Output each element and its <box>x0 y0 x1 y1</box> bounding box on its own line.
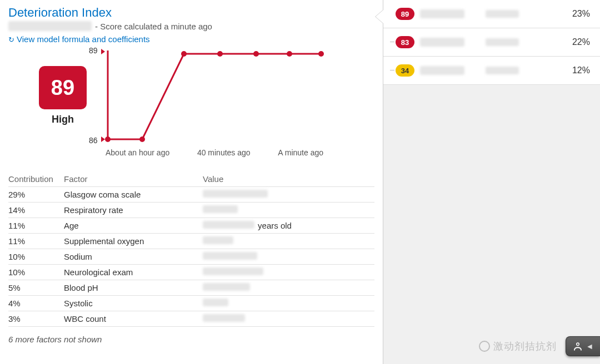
score-badge: 89 <box>396 8 414 20</box>
score-level: High <box>52 114 74 125</box>
patient-percent: 12% <box>572 65 590 75</box>
redacted-value <box>203 205 238 213</box>
factors-table: Contribution Factor Value 29%Glasgow com… <box>8 171 374 344</box>
table-row: 11%Ageyears old <box>8 218 374 234</box>
table-row: 29%Glasgow coma scale <box>8 187 374 203</box>
watermark-icon <box>479 341 490 352</box>
cell-value: years old <box>203 221 374 230</box>
col-value: Value <box>203 174 374 184</box>
patient-percent: 22% <box>572 37 590 47</box>
cell-factor: Age <box>64 221 203 230</box>
subtitle: - Score calculated a minute ago <box>8 21 374 31</box>
model-formula-link[interactable]: View model formula and coefficients <box>8 34 374 44</box>
cell-contribution: 4% <box>8 299 64 308</box>
table-row: 14%Respiratory rate <box>8 203 374 218</box>
table-row: 11%Supplemental oxygen <box>8 234 374 249</box>
redacted-patient-detail <box>486 38 519 46</box>
trend-chart-svg <box>103 49 326 160</box>
svg-point-5 <box>253 51 259 57</box>
redacted-value <box>203 221 254 229</box>
cell-contribution: 10% <box>8 267 64 277</box>
more-factors-note: 6 more factors not shown <box>8 335 374 344</box>
cell-value <box>203 267 374 277</box>
redacted-value <box>203 190 268 198</box>
cell-factor: Respiratory rate <box>64 205 203 215</box>
cell-factor: Glasgow coma scale <box>64 190 203 199</box>
redacted-patient-name <box>420 9 464 18</box>
cell-value <box>203 205 374 215</box>
patient-row[interactable]: 8322% <box>383 28 600 57</box>
cell-factor: Neurological exam <box>64 267 203 277</box>
connector-icon <box>390 70 394 70</box>
cell-factor: WBC count <box>64 314 203 323</box>
score-value: 89 <box>39 66 87 109</box>
redacted-value <box>203 283 250 291</box>
cell-value <box>203 252 374 261</box>
page-title: Deterioration Index <box>8 6 374 20</box>
y-tick-bottom: 86 <box>89 136 98 145</box>
cell-contribution: 11% <box>8 236 64 246</box>
watermark: 激动剂拮抗剂 <box>479 340 557 353</box>
svg-point-4 <box>217 51 223 57</box>
cell-contribution: 11% <box>8 221 64 230</box>
cell-value <box>203 314 374 323</box>
score-summary: 89 High <box>39 66 87 125</box>
chat-tab[interactable]: ◄ <box>566 336 600 356</box>
table-row: 3%WBC count <box>8 311 374 327</box>
x-axis-labels: About an hour ago 40 minutes ago A minut… <box>103 148 326 157</box>
svg-point-3 <box>181 51 187 57</box>
score-badge: 83 <box>396 36 414 48</box>
cell-factor: Sodium <box>64 252 203 261</box>
redacted-value <box>203 314 245 322</box>
cell-contribution: 10% <box>8 252 64 261</box>
cell-contribution: 29% <box>8 190 64 199</box>
model-formula-link-label: View model formula and coefficients <box>17 34 150 44</box>
y-tick-top: 89 <box>89 46 98 55</box>
redacted-patient-name <box>8 21 92 31</box>
svg-point-7 <box>318 51 324 57</box>
redacted-patient-detail <box>486 67 519 74</box>
redacted-patient-name <box>420 66 464 75</box>
patient-percent: 23% <box>572 9 590 19</box>
watermark-text: 激动剂拮抗剂 <box>493 340 557 353</box>
x-tick: 40 minutes ago <box>197 148 251 157</box>
redacted-patient-detail <box>486 10 519 18</box>
col-factor: Factor <box>64 174 203 184</box>
svg-point-2 <box>139 136 145 142</box>
detail-panel: Deterioration Index - Score calculated a… <box>0 0 383 364</box>
person-icon <box>573 341 583 351</box>
redacted-value <box>203 267 263 275</box>
redacted-value <box>203 236 233 244</box>
table-row: 4%Systolic <box>8 296 374 311</box>
cell-value <box>203 190 374 199</box>
table-row: 10%Sodium <box>8 249 374 265</box>
svg-point-9 <box>577 343 578 345</box>
patient-row[interactable]: 3412% <box>383 57 600 85</box>
cell-factor: Systolic <box>64 299 203 308</box>
cell-contribution: 14% <box>8 205 64 215</box>
x-tick: About an hour ago <box>106 148 169 157</box>
patient-row[interactable]: 8923% <box>383 0 600 28</box>
cell-factor: Blood pH <box>64 283 203 292</box>
cell-value <box>203 299 374 308</box>
table-header: Contribution Factor Value <box>8 171 374 187</box>
cell-value-suffix: years old <box>258 221 292 230</box>
table-row: 5%Blood pH <box>8 280 374 296</box>
col-contribution: Contribution <box>8 174 64 184</box>
cell-contribution: 5% <box>8 283 64 292</box>
refresh-icon <box>8 34 14 44</box>
marker-top-icon <box>101 49 105 54</box>
cell-value <box>203 236 374 246</box>
cell-factor: Supplemental oxygen <box>64 236 203 246</box>
connector-icon <box>390 42 394 42</box>
table-row: 10%Neurological exam <box>8 265 374 280</box>
redacted-value <box>203 299 228 306</box>
x-tick: A minute ago <box>278 148 323 157</box>
score-badge: 34 <box>396 64 414 77</box>
trend-chart: 89 86 About an hour ago 40 m <box>103 49 326 160</box>
cell-contribution: 3% <box>8 314 64 323</box>
redacted-patient-name <box>420 38 464 47</box>
redacted-value <box>203 252 257 260</box>
patient-list-panel: 8923%8322%3412% 激动剂拮抗剂 ◄ <box>383 0 600 364</box>
svg-point-1 <box>105 136 111 142</box>
